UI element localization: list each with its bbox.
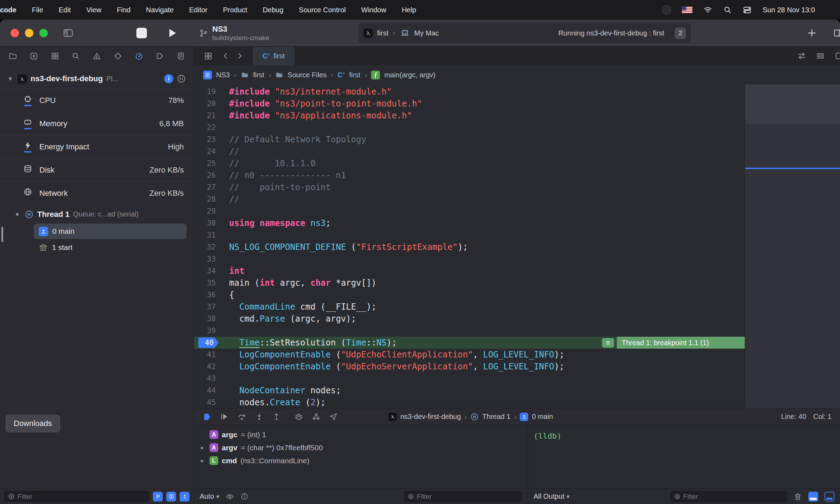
step-into-icon[interactable] (255, 412, 264, 421)
library-add-button[interactable] (807, 28, 817, 38)
breadcrumb-item[interactable]: first (349, 71, 360, 79)
menu-debug[interactable]: Debug (263, 6, 283, 14)
code-line-35[interactable]: 35main (int argc, char *argv[]) (194, 277, 745, 289)
process-row[interactable]: ▾ ns3-dev-first-debug Pl... i (0, 69, 194, 89)
editor-layout-icon[interactable] (834, 51, 840, 60)
code-line-27[interactable]: 27// point-to-point (194, 181, 745, 193)
code-line-36[interactable]: 36{ (194, 289, 745, 301)
code-line-31[interactable]: 31 (194, 229, 745, 241)
line-number[interactable]: 22 (194, 123, 225, 132)
gauge-row-disk[interactable]: Disk Zero KB/s (0, 158, 194, 181)
line-number[interactable]: 23 (194, 135, 225, 144)
code-line-44[interactable]: 44 NodeContainer nodes; (194, 385, 745, 396)
line-number[interactable]: 43 (194, 374, 225, 383)
project-navigator-icon[interactable] (8, 52, 17, 60)
control-center-icon[interactable] (742, 6, 752, 14)
line-number[interactable]: 29 (194, 207, 225, 215)
line-number[interactable]: 35 (194, 279, 225, 287)
gauge-row-network[interactable]: Network Zero KB/s (0, 181, 194, 205)
line-number[interactable]: 32 (194, 243, 225, 251)
code-line-21[interactable]: 21#include "ns3/applications-module.h" (194, 110, 745, 122)
go-forward-icon[interactable] (236, 52, 244, 60)
search-icon[interactable] (723, 6, 732, 14)
code-line-43[interactable]: 43 (194, 373, 745, 385)
info-circle-icon[interactable] (240, 492, 248, 500)
editor-options-icon[interactable] (832, 28, 840, 38)
line-number[interactable]: 31 (194, 231, 225, 239)
line-number[interactable]: 30 (194, 219, 225, 227)
code-line-23[interactable]: 23// Default Network Topology (194, 134, 745, 146)
tab-overview-icon[interactable] (204, 52, 213, 60)
zoom-window-button[interactable] (39, 29, 48, 37)
close-window-button[interactable] (11, 29, 19, 37)
code-line-29[interactable]: 29 (194, 205, 745, 217)
tab-first[interactable]: C+ first (253, 47, 295, 65)
breakpoint-annotation[interactable]: Thread 1: breakpoint 1.1 (1) (617, 337, 745, 349)
navigator-filter-field[interactable]: Filter (4, 491, 149, 502)
code-line-25[interactable]: 25// 10.1.1.0 (194, 157, 745, 169)
menu-navigate[interactable]: Navigate (146, 6, 174, 14)
minimap-options-icon[interactable] (815, 51, 825, 60)
continue-icon[interactable] (220, 412, 229, 421)
breadcrumb-item[interactable]: first (253, 71, 264, 79)
variable-row-argc[interactable]: A argc = (int) 1 (194, 428, 528, 441)
gauge-row-memory[interactable]: Memory 6,8 MB (0, 112, 194, 135)
scheme-name[interactable]: first (377, 29, 388, 37)
breakpoint-actions-icon[interactable]: ≡ (602, 338, 614, 348)
code-line-45[interactable]: 45 nodes.Create (2); (194, 396, 745, 408)
code-line-41[interactable]: 41 LogComponentEnable ("UdpEchoClientApp… (194, 349, 745, 361)
breakpoints-navigator-icon[interactable] (155, 52, 164, 60)
stop-button[interactable] (136, 28, 147, 38)
line-number[interactable]: 36 (194, 291, 225, 299)
breakpoint-badge[interactable]: 40 (198, 337, 219, 348)
line-number[interactable]: 44 (194, 386, 225, 395)
stack-frame-main[interactable]: 0 main (34, 224, 187, 239)
breadcrumb-item[interactable]: main(argc, argv) (384, 71, 435, 79)
code-editor[interactable]: 19#include "ns3/internet-module.h"20#inc… (194, 84, 840, 408)
code-line-19[interactable]: 19#include "ns3/internet-module.h" (194, 86, 745, 98)
minimize-window-button[interactable] (25, 29, 33, 37)
symbols-navigator-icon[interactable] (51, 52, 59, 60)
info-icon[interactable]: i (164, 74, 173, 83)
filter-scope-flagged-button[interactable] (166, 492, 176, 502)
line-number[interactable]: 37 (194, 303, 225, 311)
line-number[interactable]: 21 (194, 111, 225, 120)
code-line-30[interactable]: 30using namespace ns3; (194, 217, 745, 229)
navigator-sidebar-toggle-icon[interactable] (62, 28, 75, 38)
line-number[interactable]: 20 (194, 99, 225, 108)
disclosure-chevron-icon[interactable]: ▾ (13, 211, 21, 218)
debug-navigator-icon[interactable] (135, 52, 143, 60)
code-line-32[interactable]: 32NS_LOG_COMPONENT_DEFINE ("FirstScriptE… (194, 241, 745, 253)
step-over-icon[interactable] (237, 412, 246, 421)
thread-row[interactable]: ▾ Thread 1 Queue: c...ad (serial) (0, 205, 194, 224)
line-number[interactable]: 38 (194, 315, 225, 323)
line-number[interactable]: 45 (194, 398, 225, 407)
trash-icon[interactable] (794, 492, 802, 501)
memory-graph-icon[interactable] (312, 412, 321, 421)
gauge-row-energy[interactable]: Energy Impact High (0, 135, 194, 158)
debug-path-item[interactable]: Thread 1 (482, 413, 510, 421)
issues-count-badge[interactable]: 2 (675, 27, 686, 39)
variables-scope-popup[interactable]: Auto ▾ (200, 492, 219, 500)
line-number[interactable]: 39 (194, 327, 225, 335)
app-menu[interactable]: code (0, 6, 17, 14)
variable-row-cmd[interactable]: ▸ L cmd (ns3::CommandLine) (194, 454, 528, 467)
line-number[interactable]: 28 (194, 195, 225, 203)
input-source-flag-icon[interactable] (682, 6, 692, 13)
code-line-24[interactable]: 24// (194, 146, 745, 157)
debug-view-hierarchy-icon[interactable] (294, 412, 303, 421)
line-number[interactable]: 27 (194, 183, 225, 192)
line-number[interactable]: 42 (194, 362, 225, 371)
breadcrumb-item[interactable]: NS3 (216, 71, 230, 79)
variables-view-toggle-icon[interactable] (808, 492, 818, 502)
menu-editor[interactable]: Editor (189, 6, 207, 14)
find-navigator-icon[interactable] (71, 52, 80, 60)
menu-window[interactable]: Window (361, 6, 386, 14)
console-output-popup[interactable]: All Output ▾ (534, 492, 570, 500)
stack-frame-start[interactable]: 1 start (34, 240, 187, 255)
line-number[interactable]: 19 (194, 88, 225, 96)
code-line-22[interactable]: 22 (194, 122, 745, 134)
code-line-20[interactable]: 20#include "ns3/point-to-point-module.h" (194, 98, 745, 110)
menu-extra-app-icon[interactable] (662, 5, 671, 15)
code-line-37[interactable]: 37 CommandLine cmd (__FILE__); (194, 301, 745, 313)
